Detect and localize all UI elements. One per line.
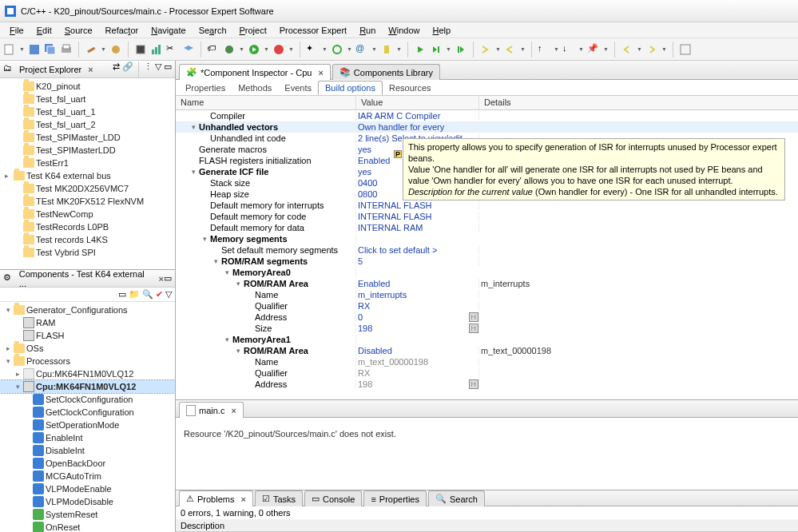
collapse-icon[interactable]: ▭: [118, 289, 126, 300]
pin-icon[interactable]: 📌: [587, 43, 600, 56]
property-row[interactable]: Address0 H: [176, 312, 798, 323]
check-icon[interactable]: ✔: [156, 289, 163, 300]
property-row[interactable]: Default memory for codeINTERNAL FLASH: [176, 211, 798, 222]
project-item[interactable]: Test_fsl_uart: [0, 93, 175, 105]
tree-item[interactable]: GetClockConfiguration: [0, 406, 175, 419]
property-row[interactable]: QualifierRX: [176, 367, 798, 379]
tree-item[interactable]: SystemReset: [0, 508, 175, 521]
property-grid[interactable]: CompilerIAR ARM C Compiler▾Unhandled vec…: [176, 110, 798, 399]
property-row[interactable]: Default memory for interruptsINTERNAL FL…: [176, 200, 798, 211]
tree-item[interactable]: DisableInt: [0, 444, 175, 457]
components-tree[interactable]: ▾ Generator_Configurations RAM FLASH▸ OS…: [0, 302, 175, 532]
col-value[interactable]: Value: [356, 96, 479, 109]
property-row[interactable]: ▾Memory segments: [176, 233, 798, 244]
tab-component-inspector[interactable]: 🧩 *Component Inspector - Cpu ×: [179, 64, 331, 80]
project-item[interactable]: TestErr1: [0, 157, 175, 169]
next-icon[interactable]: [479, 43, 492, 56]
bug-icon[interactable]: [223, 43, 236, 56]
tree-item[interactable]: ▸ Cpu:MK64FN1M0VLQ12: [0, 367, 175, 380]
close-icon[interactable]: ×: [88, 65, 93, 74]
property-row[interactable]: Default memory for dataINTERNAL RAM: [176, 222, 798, 233]
save-icon[interactable]: [28, 43, 41, 56]
tree-item[interactable]: FLASH: [0, 329, 175, 342]
project-item[interactable]: ▸ Test K64 external bus: [0, 169, 175, 182]
tab-search[interactable]: 🔍 Search: [428, 490, 485, 506]
menu-icon[interactable]: ▽: [165, 289, 172, 300]
tree-item[interactable]: ▾ Cpu:MK64FN1M0VLQ12: [0, 380, 175, 393]
arrow-up-icon[interactable]: ↑: [538, 43, 550, 56]
menu-run[interactable]: Run: [353, 24, 382, 37]
close-icon[interactable]: ×: [231, 406, 236, 415]
project-item[interactable]: Test records L4KS: [0, 233, 175, 246]
tree-item[interactable]: RAM: [0, 316, 175, 329]
menu-refactor[interactable]: Refactor: [99, 24, 145, 37]
tree-item[interactable]: ▸ OSs: [0, 342, 175, 355]
project-item[interactable]: Test Vybrid SPI: [0, 246, 175, 259]
skip-icon[interactable]: [455, 43, 467, 56]
gear-icon[interactable]: [109, 43, 122, 56]
play-icon[interactable]: [414, 43, 427, 56]
chip-icon[interactable]: [134, 43, 147, 56]
project-item[interactable]: TestNewComp: [0, 208, 175, 220]
step-icon[interactable]: [430, 43, 443, 56]
property-row[interactable]: Namem_interrupts: [176, 289, 798, 300]
property-row[interactable]: ▾ROM/RAM AreaEnabledm_interrupts: [176, 278, 798, 289]
prev-icon[interactable]: [504, 43, 517, 56]
project-tree[interactable]: K20_pinout Test_fsl_uart Test_fsl_uart_1…: [0, 78, 175, 270]
filter-icon[interactable]: 🔍: [142, 289, 153, 300]
run-icon[interactable]: [248, 43, 260, 56]
menu-file[interactable]: File: [3, 24, 30, 37]
project-item[interactable]: Test_SPIMaster_LDD: [0, 131, 175, 144]
project-item[interactable]: K20_pinout: [0, 80, 175, 93]
property-row[interactable]: ▾ROM/RAM AreaDisabledm_text_00000198: [176, 345, 798, 356]
tab-mainc[interactable]: main.c ×: [179, 402, 244, 418]
property-row[interactable]: CompilerIAR ARM C Compiler: [176, 110, 798, 121]
minimize-icon[interactable]: ▭: [164, 273, 172, 284]
tree-item[interactable]: EnableInt: [0, 431, 175, 444]
subtab-build-options[interactable]: Build options: [318, 81, 383, 95]
property-row[interactable]: QualifierRX: [176, 300, 798, 312]
menu-window[interactable]: Window: [382, 24, 426, 37]
folder-icon[interactable]: 📁: [129, 289, 140, 300]
subtab-resources[interactable]: Resources: [383, 81, 438, 94]
tab-tasks[interactable]: ☑ Tasks: [255, 490, 303, 506]
property-row[interactable]: ▾Unhandled vectorsOwn handler for every: [176, 121, 798, 133]
menu-help[interactable]: Help: [426, 24, 457, 37]
forward-icon[interactable]: [645, 43, 658, 56]
arrow-down-icon[interactable]: ↓: [562, 43, 575, 56]
project-item[interactable]: Test_fsl_uart_1: [0, 105, 175, 118]
col-details[interactable]: Details: [479, 96, 798, 109]
collapse-icon[interactable]: ⇄: [113, 62, 120, 77]
tree-item[interactable]: SetClockConfiguration: [0, 393, 175, 406]
menu-edit[interactable]: Edit: [30, 24, 58, 37]
project-item[interactable]: Test MK20DX256VMC7: [0, 182, 175, 195]
tree-item[interactable]: SetOperationMode: [0, 419, 175, 431]
graph-icon[interactable]: [150, 43, 163, 56]
close-icon[interactable]: ×: [318, 68, 323, 77]
link-icon[interactable]: 🔗: [122, 62, 133, 77]
tree-item[interactable]: VLPModeEnable: [0, 482, 175, 495]
menu-project[interactable]: Project: [233, 24, 273, 37]
tree-item[interactable]: MCGAutoTrim: [0, 470, 175, 482]
at-icon[interactable]: @: [355, 43, 368, 56]
subtab-events[interactable]: Events: [278, 81, 318, 94]
tree-item[interactable]: OpenBackDoor: [0, 457, 175, 470]
project-item[interactable]: Test_SPIMasterLDD: [0, 144, 175, 157]
print-icon[interactable]: [60, 43, 73, 56]
close-icon[interactable]: ×: [240, 494, 245, 504]
tab-problems[interactable]: ⚠ Problems ×: [179, 490, 253, 506]
tree-item[interactable]: ▾ Generator_Configurations: [0, 304, 175, 316]
property-row[interactable]: ▾MemoryArea1: [176, 334, 798, 345]
menu-processor-expert[interactable]: Processor Expert: [273, 24, 353, 37]
property-row[interactable]: ▾MemoryArea0: [176, 267, 798, 278]
new-cfg-icon[interactable]: ✦: [306, 43, 319, 56]
minimize-icon[interactable]: ▭: [164, 62, 172, 77]
tab-components-library[interactable]: 📚 Components Library: [332, 64, 440, 80]
property-row[interactable]: Size198 H: [176, 323, 798, 334]
property-row[interactable]: ▾ROM/RAM segments5: [176, 256, 798, 267]
property-row[interactable]: Set default memory segmentsClick to set …: [176, 244, 798, 256]
ext-tools-icon[interactable]: [272, 43, 285, 56]
new-icon[interactable]: [3, 43, 16, 56]
open-cfg-icon[interactable]: [331, 43, 343, 56]
property-row[interactable]: Address198 H: [176, 379, 798, 390]
